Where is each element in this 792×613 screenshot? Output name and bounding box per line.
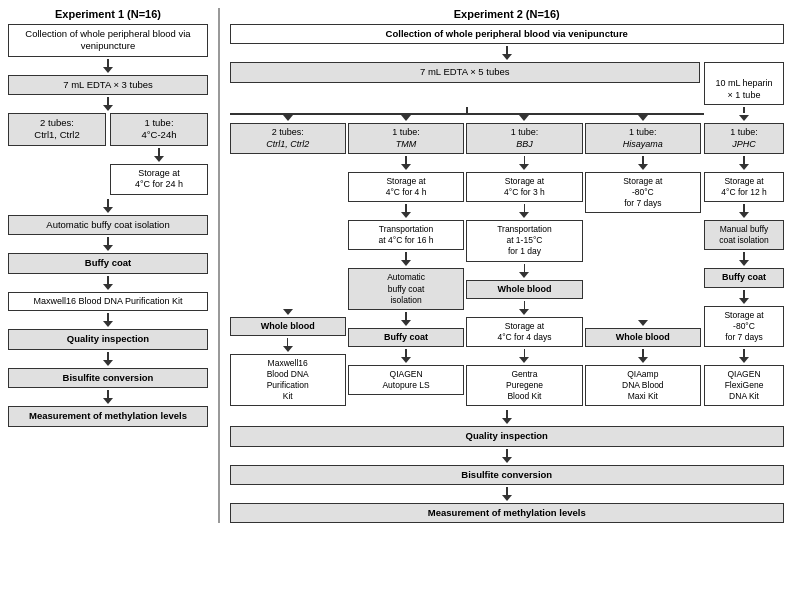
ctrl-result: Whole blood [261,321,315,331]
hisayama-kit: QIAamp DNA Blood Maxi Kit [622,369,664,401]
hisayama-label: 1 tube: Hisayama [623,127,663,149]
jphc-isolation: Manual buffy coat isolation [719,224,769,245]
hisayama-storage: Storage at -80°C for 7 days [623,176,662,208]
exp1-arrow4 [103,237,113,251]
exp2-step1-box: Collection of whole peripheral blood via… [230,24,785,44]
exp2-arrow-quality [502,410,512,424]
hisayama-result: Whole blood [616,332,670,342]
branch-ctrl: 2 tubes: Ctrl1, Ctrl2 Whole blood Maxwel… [230,115,346,407]
tmm-kit: QIAGEN Autopure LS [382,369,429,390]
tmm-arrow4 [401,312,411,326]
exp1-step1-text: Collection of whole peripheral blood via… [25,28,190,51]
bbj-arrow1 [519,156,529,170]
bbj-result: Whole blood [497,284,551,294]
exp1-storage1-box: Storage at 4°C for 24 h [110,164,208,195]
exp2-title: Experiment 2 (N=16) [454,8,560,20]
bbj-storage2: Storage at 4°C for 4 days [497,321,551,342]
exp2-step1-text: Collection of whole peripheral blood via… [386,28,628,39]
exp2-methylation-box: Measurement of methylation levels [230,503,785,523]
exp1-methylation-text: Measurement of methylation levels [29,410,187,421]
exp1-kit-text: Maxwell16 Blood DNA Purification Kit [33,296,182,306]
jphc-storage-box: Storage at 4°C for 12 h [704,172,784,202]
ctrl-kit: Maxwell16 Blood DNA Purification Kit [267,358,309,401]
tmm-label-box: 1 tube: TMM [348,123,464,154]
jphc-arrow4 [739,290,749,304]
jphc-arrow3 [739,252,749,266]
jphc-kit: QIAGEN FlexiGene DNA Kit [725,369,764,401]
column-divider [218,8,220,523]
bbj-arrow3 [519,264,529,278]
tmm-arrow3 [401,252,411,266]
exp2-heparin-box: 10 mL heparin × 1 tube [704,62,784,105]
exp1-methylation-box: Measurement of methylation levels [8,406,208,426]
tmm-result-box: Buffy coat [348,328,464,348]
exp1-storage1: Storage at 4°C for 24 h [135,168,183,190]
exp2-arrow-bisulfite [502,449,512,463]
tmm-kit-box: QIAGEN Autopure LS [348,365,464,395]
exp2-quality-text: Quality inspection [466,430,548,441]
exp1-arrow1 [103,59,113,73]
bbj-kit: Gentra Puregene Blood Kit [506,369,543,401]
tmm-transport-box: Transportation at 4°C for 16 h [348,220,464,250]
jphc-arrow1 [739,156,749,170]
tmm-storage: Storage at 4°C for 4 h [386,176,427,197]
exp1-isolation-text: Automatic buffy coat isolation [46,219,169,230]
bbj-storage: Storage at 4°C for 3 h [504,176,545,197]
hisayama-arrow1 [638,156,648,170]
hisayama-arrow2 [638,349,648,363]
exp1-arrow8 [103,390,113,404]
tmm-label: 1 tube: TMM [392,127,420,149]
exp1-bisulfite-text: Bisulfite conversion [63,372,154,383]
tmm-transport: Transportation at 4°C for 16 h [379,224,434,245]
exp1-arrow2 [103,97,113,111]
exp1-step1-box: Collection of whole peripheral blood via… [8,24,208,57]
experiment1-column: Experiment 1 (N=16) Collection of whole … [8,8,208,523]
ctrl-arrow [283,338,293,352]
bbj-label: 1 tube: BBJ [511,127,539,149]
bbj-storage2-box: Storage at 4°C for 4 days [466,317,582,347]
exp1-isolation-box: Automatic buffy coat isolation [8,215,208,235]
exp2-heparin-text: 10 mL heparin × 1 tube [715,78,772,100]
exp1-arrow5 [103,276,113,290]
jphc-storage2-box: Storage at -80°C for 7 days [704,306,784,347]
exp2-quality-box: Quality inspection [230,426,785,446]
hisayama-label-box: 1 tube: Hisayama [585,123,701,154]
hisayama-storage-box: Storage at -80°C for 7 days [585,172,701,213]
jphc-arrow5 [739,349,749,363]
tmm-storage-box: Storage at 4°C for 4 h [348,172,464,202]
jphc-label: 1 tube: JPHC [730,127,758,149]
tmm-arrow5 [401,349,411,363]
bbj-arrow2 [519,204,529,218]
bbj-kit-box: Gentra Puregene Blood Kit [466,365,582,406]
exp2-bisulfite-box: Bisulfite conversion [230,465,785,485]
experiment2-column: Experiment 2 (N=16) Collection of whole … [230,8,785,523]
exp2-methylation-text: Measurement of methylation levels [428,507,586,518]
branch-hisayama: 1 tube: Hisayama Storage at -80°C for 7 … [585,115,701,407]
exp1-tube2: 1 tube: 4°C-24h [142,117,177,140]
tmm-isolation-box: Automatic buffy coat isolation [348,268,464,309]
exp1-tube1: 2 tubes: Ctrl1, Ctrl2 [34,117,79,140]
branch-bbj: 1 tube: BBJ Storage at 4°C for 3 h Trans… [466,115,582,407]
bbj-transport: Transportation at 1-15°C for 1 day [497,224,552,256]
tmm-result: Buffy coat [384,332,428,342]
tmm-arrow2 [401,204,411,218]
exp1-title: Experiment 1 (N=16) [55,8,161,20]
exp1-tube2-arrow [154,148,164,162]
ctrl-kit-box: Maxwell16 Blood DNA Purification Kit [230,354,346,406]
hisayama-result-box: Whole blood [585,328,701,348]
jphc-label-box: 1 tube: JPHC [704,123,784,154]
exp1-tube1-box: 2 tubes: Ctrl1, Ctrl2 [8,113,106,146]
exp1-bisulfite-box: Bisulfite conversion [8,368,208,388]
jphc-result-box: Buffy coat [704,268,784,288]
bbj-transport-box: Transportation at 1-15°C for 1 day [466,220,582,261]
jphc-isolation-box: Manual buffy coat isolation [704,220,784,250]
jphc-storage2: Storage at -80°C for 7 days [724,310,763,342]
exp1-arrow3 [103,199,113,213]
exp1-quality-box: Quality inspection [8,329,208,349]
ctrl-label: 2 tubes: Ctrl1, Ctrl2 [266,127,309,149]
exp2-bisulfite-text: Bisulfite conversion [461,469,552,480]
exp2-arrow1 [502,46,512,60]
jphc-kit-box: QIAGEN FlexiGene DNA Kit [704,365,784,406]
jphc-storage: Storage at 4°C for 12 h [721,176,766,197]
jphc-result: Buffy coat [722,272,766,282]
